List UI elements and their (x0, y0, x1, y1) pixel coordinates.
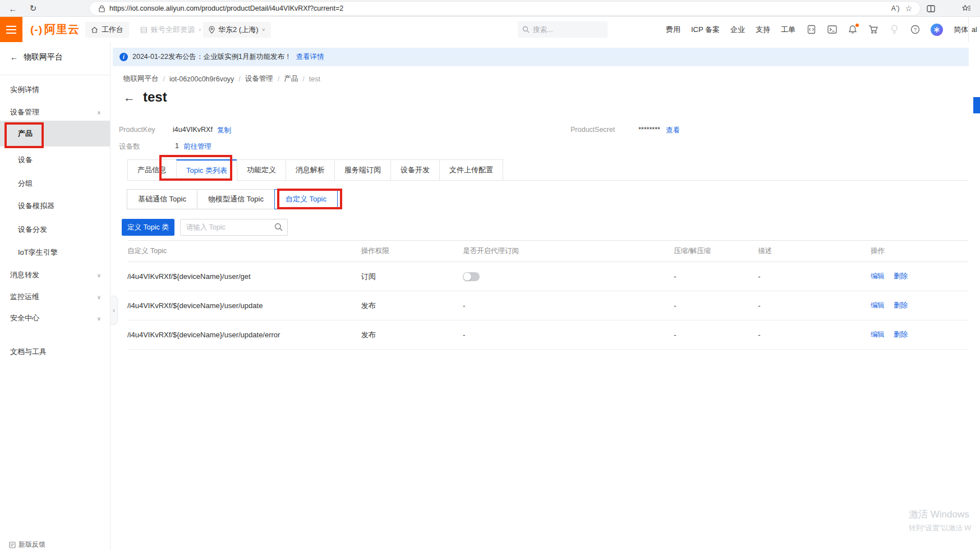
sidebar-item-security-center[interactable]: 安全中心 ∨ (0, 310, 110, 327)
lock-icon (99, 5, 105, 12)
breadcrumb-item[interactable]: 设备管理 (245, 74, 273, 84)
sidebar-header[interactable]: ← 物联网平台 (10, 52, 63, 62)
help-icon[interactable]: ? (910, 25, 920, 35)
edit-link[interactable]: 编辑 (871, 272, 885, 281)
breadcrumb-item[interactable]: 物联网平台 (123, 74, 159, 84)
sidebar-item-instance-detail[interactable]: 实例详情 (0, 81, 110, 98)
tab-message-parsing[interactable]: 消息解析 (286, 159, 334, 181)
define-topic-class-button[interactable]: 定义 Topic 类 (122, 219, 174, 236)
browser-back-icon[interactable]: ← (7, 2, 19, 15)
sidebar-item-monitoring-ops[interactable]: 监控运维 ∨ (0, 288, 110, 305)
breadcrumb-item[interactable]: 产品 (284, 74, 298, 84)
global-search-input[interactable] (533, 26, 595, 34)
global-search[interactable] (518, 21, 608, 38)
subtab-thing-model-topic[interactable]: 物模型通信 Topic (197, 189, 275, 209)
clipped-blue-button[interactable] (973, 97, 980, 113)
sidebar-item-device-management[interactable]: 设备管理 ∧ (0, 104, 110, 121)
tab-device-development[interactable]: 设备开发 (390, 159, 439, 181)
table-row: /i4u4VIKvRXf/${deviceName}/user/update/e… (127, 320, 968, 350)
sidebar-item-device-distribution[interactable]: 设备分发 (0, 221, 110, 238)
resources-label: 账号全部资源 (151, 25, 195, 35)
lightbulb-icon[interactable] (889, 25, 899, 35)
description-value: - (758, 331, 871, 339)
search-icon[interactable] (274, 223, 283, 231)
user-avatar[interactable] (931, 24, 943, 36)
permission-value: 发布 (361, 330, 463, 340)
breadcrumb-separator: / (278, 75, 279, 83)
favorites-bar-icon[interactable] (960, 2, 973, 15)
api-icon[interactable] (806, 25, 816, 35)
billing-link[interactable]: 费用 (666, 25, 680, 35)
page-back-arrow-icon[interactable]: ← (123, 91, 135, 103)
sidebar-item-iot-twin-engine[interactable]: IoT孪生引擎 (0, 244, 110, 261)
sidebar-item-group[interactable]: 分组 (0, 175, 110, 192)
description-value: - (758, 301, 871, 310)
edit-link[interactable]: 编辑 (871, 301, 885, 310)
tab-server-subscription[interactable]: 服务端订阅 (334, 159, 390, 181)
subtab-custom-topic[interactable]: 自定义 Topic (274, 189, 338, 209)
split-screen-icon[interactable] (924, 2, 937, 15)
chevron-down-icon: ∨ (198, 27, 202, 32)
chevron-down-icon: ∨ (262, 27, 266, 32)
bell-icon[interactable] (848, 25, 858, 35)
icp-link[interactable]: ICP 备案 (691, 25, 720, 35)
proxy-subscribe-toggle[interactable] (463, 272, 480, 281)
announcement-detail-link[interactable]: 查看详情 (296, 52, 324, 62)
ticket-link[interactable]: 工单 (781, 25, 795, 35)
delete-link[interactable]: 删除 (894, 272, 908, 281)
hamburger-menu-button[interactable] (0, 17, 22, 42)
tab-product-info[interactable]: 产品信息 (127, 159, 176, 181)
chevron-up-icon: ∧ (97, 109, 101, 116)
tab-file-upload-config[interactable]: 文件上传配置 (439, 159, 503, 181)
edit-link[interactable]: 编辑 (871, 330, 885, 340)
feedback-button[interactable]: 新版反馈 (9, 540, 45, 549)
favorite-star-icon[interactable]: ☆ (905, 4, 912, 13)
workbench-button[interactable]: 工作台 (85, 22, 129, 38)
svg-text:?: ? (913, 26, 916, 33)
breadcrumb-item[interactable]: iot-06z00c0h9r6voyy (169, 75, 234, 83)
tab-feature-definition[interactable]: 功能定义 (237, 159, 286, 181)
sidebar-item-device[interactable]: 设备 (0, 152, 110, 168)
aliyun-logo[interactable]: (-) 阿里云 (30, 17, 80, 42)
compression-value: - (674, 301, 758, 310)
browser-refresh-icon[interactable]: ↻ (27, 2, 39, 15)
account-text-clipped[interactable]: al (968, 17, 980, 42)
toggle-knob (463, 273, 471, 281)
col-header-custom-topic: 自定义 Topic (127, 246, 361, 256)
language-switch[interactable]: 简体 (954, 25, 968, 35)
back-arrow-icon[interactable]: ← (10, 53, 18, 62)
announcement-text: 2024-01-22发布公告：企业版实例1月新功能发布！ (132, 52, 291, 62)
device-count-row: 设备数 1 前往管理 (119, 142, 211, 152)
delete-link[interactable]: 删除 (894, 301, 908, 310)
topic-search-input[interactable] (180, 219, 288, 236)
address-bar[interactable]: https://iot.console.aliyun.com/product/p… (90, 2, 920, 15)
support-link[interactable]: 支持 (756, 25, 770, 35)
resources-icon (140, 26, 148, 34)
goto-manage-link[interactable]: 前往管理 (183, 142, 211, 152)
device-count-label: 设备数 (119, 142, 175, 152)
resources-dropdown[interactable]: 账号全部资源 ∨ (140, 22, 202, 38)
sidebar-item-product[interactable]: 产品 (0, 121, 110, 146)
productsecret-value: ******** (638, 126, 660, 135)
read-aloud-icon[interactable]: Aʻ) (891, 4, 900, 12)
col-header-compression: 压缩/解压缩 (674, 246, 758, 256)
sidebar-collapse-handle[interactable]: ‹ (111, 296, 118, 325)
view-secret-link[interactable]: 查看 (666, 126, 680, 135)
subtab-basic-communication-topic[interactable]: 基础通信 Topic (127, 189, 197, 209)
delete-link[interactable]: 删除 (894, 330, 908, 340)
enterprise-link[interactable]: 企业 (730, 25, 745, 35)
table-header-row: 自定义 Topic 操作权限 是否开启代理订阅 压缩/解压缩 描述 操作 (127, 240, 968, 262)
table-row: /i4u4VIKvRXf/${deviceName}/user/update 发… (127, 291, 968, 320)
tab-topic-class-list[interactable]: Topic 类列表 (176, 159, 237, 181)
sidebar-item-docs-tools[interactable]: 文档与工具 (0, 343, 110, 360)
cart-icon[interactable] (868, 25, 878, 35)
copy-productkey-link[interactable]: 复制 (217, 126, 231, 135)
browser-toolbar: ← ↻ https://iot.console.aliyun.com/produ… (0, 0, 980, 17)
terminal-icon[interactable] (827, 25, 837, 35)
sidebar-item-device-simulator[interactable]: 设备模拟器 (0, 198, 110, 214)
breadcrumb: 物联网平台 / iot-06z00c0h9r6voyy / 设备管理 / 产品 … (123, 74, 320, 84)
device-count-value: 1 (175, 142, 179, 152)
region-selector[interactable]: 华东2 (上海) ∨ (203, 22, 271, 38)
sidebar-item-message-forwarding[interactable]: 消息转发 ∨ (0, 267, 110, 283)
sidebar-title: 物联网平台 (24, 52, 63, 62)
